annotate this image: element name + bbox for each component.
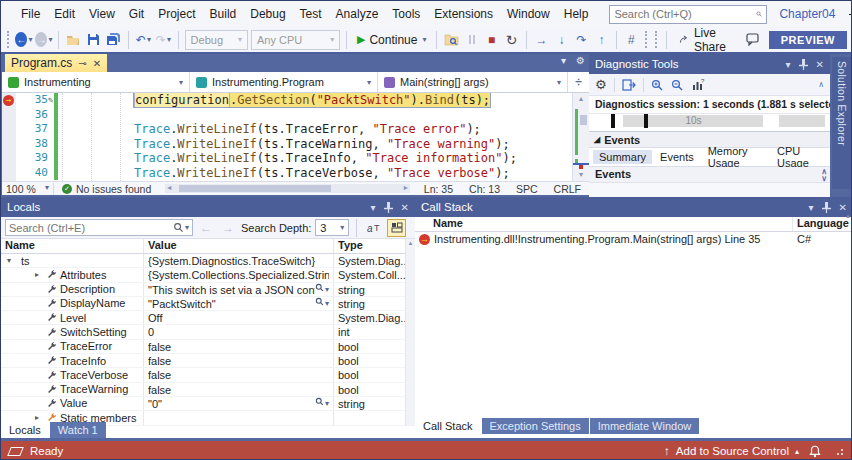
chevron-down-icon[interactable]: ▾ [185,223,189,232]
menu-test[interactable]: Test [293,1,329,27]
locals-row-traceinfo[interactable]: TraceInfofalsebool [1,354,415,368]
scroll-right-icon[interactable]: ▸ [404,183,408,192]
navigate-forward-button[interactable]: →▾ [35,30,52,50]
locals-row-traceerror[interactable]: TraceErrorfalsebool [1,340,415,354]
feedback-button[interactable] [743,30,760,50]
pin-icon[interactable]: ⊸ [78,58,86,69]
notifications-bell-icon[interactable] [809,445,821,458]
toolbar-overflow[interactable] [655,31,658,48]
preview-features-button[interactable]: PREVIEW [769,31,847,49]
locals-header-row[interactable]: Name Value Type [1,239,415,254]
search-depth-combo[interactable]: 3▾ [315,219,349,236]
code-line-35[interactable]: →✎35configuration.GetSection("PacktSwitc… [2,93,589,108]
timeline-chart-icon[interactable]: ? [691,79,705,91]
stop-debugging-button[interactable]: ■ [483,30,500,50]
column-header-name[interactable]: Name [1,239,144,253]
search-back-icon[interactable]: ← [197,221,215,235]
break-all-button[interactable] [443,30,460,50]
call-stack-scrollbar[interactable]: ▴ [843,212,852,236]
undo-button[interactable]: ↶▾ [135,30,152,50]
text-visualizer-button[interactable] [315,297,324,310]
pin-icon[interactable] [822,202,831,213]
live-share-button[interactable]: Live Share [673,26,740,54]
locals-search-input[interactable] [9,222,173,234]
tab-locals[interactable]: Locals [1,422,49,438]
locals-titlebar[interactable]: Locals ▾ ✕ [1,197,415,217]
pin-icon[interactable] [384,202,393,213]
column-header-value[interactable]: Value [144,239,334,253]
menu-window[interactable]: Window [500,1,557,27]
diag-tab-summary[interactable]: Summary [593,150,652,164]
chevron-down-icon[interactable]: ▾ [809,202,814,213]
step-into-button[interactable]: ↓ [553,30,570,50]
column-header-name[interactable]: Name [415,217,793,231]
locals-row-displayname[interactable]: DisplayName"PacktSwitch"▾string [1,297,415,311]
type-dropdown[interactable]: Instrumenting.Program ▾ [190,72,378,92]
code-line-40[interactable]: 40Trace.WriteLineIf(ts.TraceVerbose, "Tr… [2,166,589,181]
locals-row-tracewarning[interactable]: TraceWarningfalsebool [1,383,415,397]
scroll-up-icon[interactable]: ▴ [409,239,413,246]
project-dropdown[interactable]: Instrumenting ▾ [2,72,190,92]
pin-icon[interactable] [799,59,808,70]
step-over-button[interactable]: ↷ [573,30,590,50]
layout-toggle-button[interactable] [387,219,406,237]
zoom-in-icon[interactable] [651,79,664,91]
diagnostics-timeline[interactable]: 10s [589,113,830,132]
locals-row-ts[interactable]: ▾ts{System.Diagnostics.TraceSwitch}Syste… [1,254,415,268]
continue-button[interactable]: ▶ Continue ▾ [353,30,431,50]
toolbar-grip[interactable] [7,31,10,48]
close-icon[interactable]: ✕ [816,59,824,70]
scroll-down-icon[interactable]: ▾ [573,169,589,181]
locals-search-box[interactable]: ▾ [5,219,193,236]
restart-button[interactable]: ↻ [503,30,520,50]
column-header-type[interactable]: Type [334,239,405,253]
save-button[interactable] [85,30,102,50]
code-line-38[interactable]: 38Trace.WriteLineIf(ts.TraceWarning, "Tr… [2,137,589,152]
collapse-icon[interactable]: ▾ [7,254,15,267]
scroll-down-icon[interactable]: ∨ [821,175,827,183]
locals-row-value[interactable]: Value"0"▾string [1,397,415,411]
menu-edit[interactable]: Edit [47,1,82,27]
member-dropdown[interactable]: Main(string[] args) ▾ [378,72,568,92]
menu-view[interactable]: View [82,1,122,27]
menu-tools[interactable]: Tools [385,1,427,27]
code-line-39[interactable]: 39Trace.WriteLineIf(ts.TraceInfo, "Trace… [2,151,589,166]
scroll-up-icon[interactable]: ▴ [573,93,589,105]
menu-analyze[interactable]: Analyze [329,1,386,27]
space-mode-indicator[interactable]: SPC [508,183,546,195]
locals-row-level[interactable]: LevelOffSystem.Diag... [1,311,415,325]
call-stack-titlebar[interactable]: Call Stack ▾ ✕ [415,197,852,217]
chevron-down-icon[interactable]: ▾ [786,59,791,70]
menu-file[interactable]: File [14,1,47,27]
breakpoint-current-line-icon[interactable]: → [3,95,14,106]
pause-button[interactable] [463,30,480,50]
menu-help[interactable]: Help [557,1,596,27]
hex-display-button[interactable]: # [623,30,640,50]
view-as-text-button[interactable]: aT [364,219,383,237]
text-visualizer-button[interactable] [315,283,324,296]
chevron-down-icon[interactable]: ▾ [147,35,151,44]
redo-button[interactable]: ↷▾ [155,30,172,50]
resize-grip[interactable] [835,447,843,455]
repository-name[interactable]: Chapter04 [767,7,849,21]
text-visualizer-button[interactable] [315,397,324,410]
quick-search-input[interactable] [614,8,756,20]
zoom-level-combo[interactable]: 100 %▾ [2,183,54,195]
editor-vertical-scrollbar[interactable]: ▴ ▾ [572,93,589,181]
document-tab-programcs[interactable]: Program.cs ⊸ ✕ [5,54,107,72]
solution-configuration-combo[interactable]: Debug▾ [185,30,248,50]
chevron-down-icon[interactable]: ▾ [325,283,329,296]
search-forward-icon[interactable]: → [219,221,237,235]
menu-extensions[interactable]: Extensions [427,1,500,27]
tab-watch-1[interactable]: Watch 1 [50,422,106,438]
open-file-button[interactable] [65,30,82,50]
editor-horizontal-scrollbar[interactable]: ◂ ▸ [165,184,410,193]
chevron-down-icon[interactable]: ▾ [167,35,171,44]
menu-build[interactable]: Build [203,1,244,27]
menu-project[interactable]: Project [151,1,202,27]
quick-search-box[interactable] [609,5,767,24]
diagnostic-tools-titlebar[interactable]: Diagnostic Tools ▾ ✕ [589,54,830,74]
scrollbar-thumb[interactable] [580,115,587,125]
solution-explorer-tab[interactable]: Solution Explorer [832,57,851,189]
chevron-down-icon[interactable]: ▾ [325,397,329,410]
